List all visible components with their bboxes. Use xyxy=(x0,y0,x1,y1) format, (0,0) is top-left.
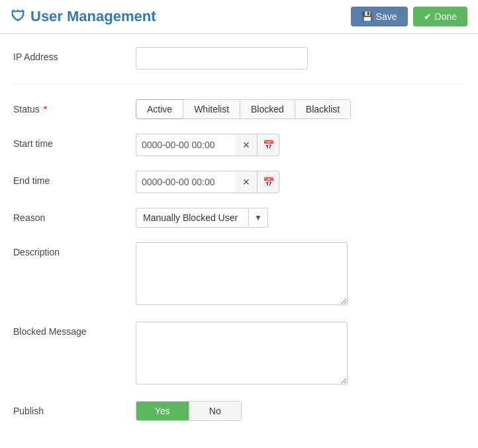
done-icon: ✔ xyxy=(424,11,432,22)
description-label: Description xyxy=(13,242,136,257)
blocked-message-row: Blocked Message xyxy=(13,322,465,386)
status-wrap: Active Whitelist Blocked Blacklist xyxy=(136,99,465,119)
reason-dropdown-arrow[interactable]: ▼ xyxy=(248,209,267,226)
end-time-row: End time ✕ 📅 xyxy=(13,171,465,193)
title-text: User Management xyxy=(30,8,156,25)
status-blacklist-button[interactable]: Blacklist xyxy=(295,99,351,119)
reason-row: Reason Manually Blocked User ▼ xyxy=(13,208,465,228)
reason-wrap: Manually Blocked User ▼ xyxy=(136,208,465,228)
header: 🛡 User Management 💾 Save ✔ Done xyxy=(0,0,478,34)
end-time-calendar-button[interactable]: 📅 xyxy=(257,171,279,193)
publish-label: Publish xyxy=(13,401,136,416)
status-active-button[interactable]: Active xyxy=(136,99,183,119)
start-time-clear-button[interactable]: ✕ xyxy=(235,134,258,156)
start-time-datetime: ✕ 📅 xyxy=(136,134,465,156)
save-icon: 💾 xyxy=(361,11,373,22)
end-time-datetime: ✕ 📅 xyxy=(136,171,465,193)
start-time-row: Start time ✕ 📅 xyxy=(13,134,465,156)
page-title: 🛡 User Management xyxy=(11,8,156,25)
start-time-input[interactable] xyxy=(136,134,235,156)
end-time-input[interactable] xyxy=(136,171,235,193)
ip-address-row: IP Address xyxy=(13,47,465,69)
ip-address-input[interactable] xyxy=(136,47,308,69)
publish-row: Publish Yes No xyxy=(13,401,465,421)
done-label: Done xyxy=(435,11,457,22)
clear-icon: ✕ xyxy=(242,140,250,150)
publish-wrap: Yes No xyxy=(136,401,465,421)
reason-select[interactable]: Manually Blocked User ▼ xyxy=(136,208,268,228)
publish-yes-button[interactable]: Yes xyxy=(136,402,189,420)
status-blocked-button[interactable]: Blocked xyxy=(240,99,295,119)
description-row: Description xyxy=(13,242,465,307)
blocked-message-input[interactable] xyxy=(136,322,348,384)
calendar-icon: 📅 xyxy=(263,177,274,187)
start-time-wrap: ✕ 📅 xyxy=(136,134,465,156)
status-row: Status * Active Whitelist Blocked Blackl… xyxy=(13,99,465,119)
form-content: IP Address Status * Active Whitelist Blo… xyxy=(0,34,478,448)
shield-icon: 🛡 xyxy=(11,8,25,25)
publish-no-button[interactable]: No xyxy=(189,402,242,420)
reason-select-text: Manually Blocked User xyxy=(136,208,248,227)
clear-icon: ✕ xyxy=(242,177,250,187)
start-time-label: Start time xyxy=(13,134,136,149)
blocked-message-wrap xyxy=(136,322,465,386)
save-label: Save xyxy=(376,11,397,22)
status-required: * xyxy=(44,104,47,114)
blocked-message-label: Blocked Message xyxy=(13,322,136,337)
end-time-label: End time xyxy=(13,171,136,186)
ip-address-wrap xyxy=(136,47,465,69)
status-label: Status * xyxy=(13,99,136,114)
start-time-calendar-button[interactable]: 📅 xyxy=(257,134,279,156)
publish-toggle: Yes No xyxy=(136,401,242,421)
done-button[interactable]: ✔ Done xyxy=(413,7,467,26)
calendar-icon: 📅 xyxy=(263,140,274,150)
description-input[interactable] xyxy=(136,242,348,305)
status-whitelist-button[interactable]: Whitelist xyxy=(183,99,240,119)
header-actions: 💾 Save ✔ Done xyxy=(351,7,467,26)
ip-address-label: IP Address xyxy=(13,47,136,62)
end-time-wrap: ✕ 📅 xyxy=(136,171,465,193)
save-button[interactable]: 💾 Save xyxy=(351,7,408,26)
status-group: Active Whitelist Blocked Blacklist xyxy=(136,99,465,119)
description-wrap xyxy=(136,242,465,307)
end-time-clear-button[interactable]: ✕ xyxy=(235,171,258,193)
reason-label: Reason xyxy=(13,208,136,223)
